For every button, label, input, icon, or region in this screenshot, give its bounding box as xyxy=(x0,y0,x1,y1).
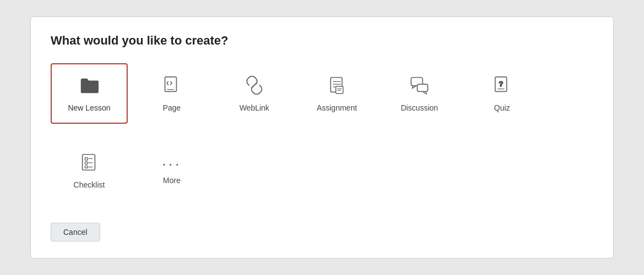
svg-rect-15 xyxy=(85,157,88,160)
svg-rect-10 xyxy=(417,84,428,91)
items-row-1: New Lesson Page xyxy=(51,63,593,129)
item-checklist[interactable]: Checklist xyxy=(51,140,128,201)
cancel-button[interactable]: Cancel xyxy=(51,223,100,241)
item-page[interactable]: Page xyxy=(133,63,210,124)
svg-rect-17 xyxy=(85,162,88,164)
page-icon xyxy=(161,75,182,99)
svg-rect-6 xyxy=(336,86,343,94)
checklist-label: Checklist xyxy=(74,180,105,189)
more-icon: ··· xyxy=(162,156,181,172)
discussion-icon xyxy=(409,75,430,99)
item-weblink[interactable]: WebLink xyxy=(216,63,293,124)
item-quiz[interactable]: ? Quiz xyxy=(463,63,541,124)
item-new-lesson[interactable]: New Lesson xyxy=(51,63,128,124)
quiz-label: Quiz xyxy=(494,103,510,112)
more-label: More xyxy=(163,176,181,185)
new-lesson-icon xyxy=(79,75,100,99)
items-row-2: Checklist ··· More xyxy=(51,140,593,206)
checklist-icon xyxy=(79,152,100,176)
svg-rect-19 xyxy=(85,166,88,168)
create-dialog: What would you like to create? New Lesso… xyxy=(30,16,614,258)
dialog-title: What would you like to create? xyxy=(51,34,593,48)
svg-text:?: ? xyxy=(499,80,503,88)
item-more[interactable]: ··· More xyxy=(133,140,210,201)
weblink-icon xyxy=(244,75,265,99)
assignment-label: Assignment xyxy=(316,103,357,112)
quiz-icon: ? xyxy=(492,75,512,99)
svg-line-1 xyxy=(252,82,257,88)
dialog-footer: Cancel xyxy=(51,223,593,241)
new-lesson-label: New Lesson xyxy=(68,103,110,112)
assignment-icon xyxy=(326,75,347,99)
item-discussion[interactable]: Discussion xyxy=(381,63,458,124)
weblink-label: WebLink xyxy=(239,103,269,112)
discussion-label: Discussion xyxy=(401,103,438,112)
item-assignment[interactable]: Assignment xyxy=(298,63,375,124)
svg-rect-14 xyxy=(83,155,95,170)
page-label: Page xyxy=(163,103,181,112)
